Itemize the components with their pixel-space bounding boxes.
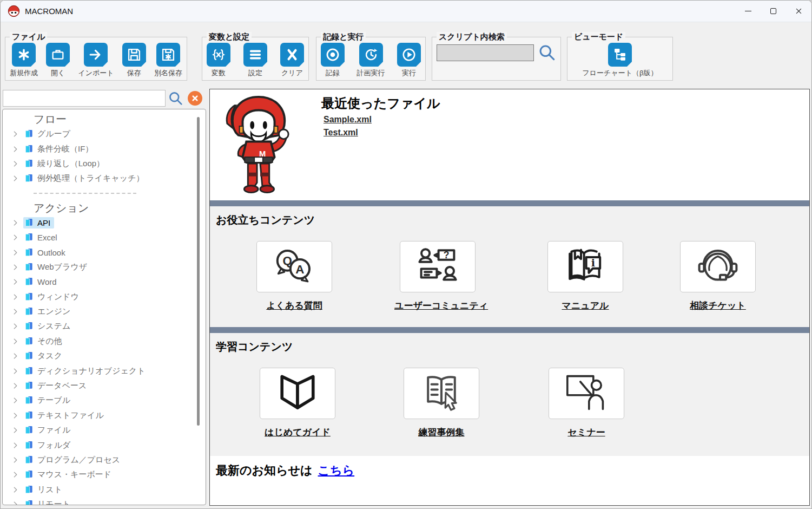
card-practice-cases[interactable]: 練習事例集	[398, 368, 485, 439]
tree-item-other[interactable]: その他	[3, 334, 206, 349]
script-search-input[interactable]	[437, 44, 534, 61]
toolbar-button-new[interactable]: 新規作成	[10, 43, 38, 78]
card-manual[interactable]: iマニュアル	[542, 241, 629, 312]
card-label-user-community[interactable]: ユーザーコミュニティ	[394, 299, 481, 312]
chevron-right-icon[interactable]	[11, 174, 19, 182]
chevron-right-icon[interactable]	[11, 382, 19, 390]
recent-file-link-1[interactable]: Test.xml	[324, 128, 372, 138]
tree-scrollbar[interactable]	[197, 117, 200, 426]
manual-card[interactable]: i	[547, 241, 623, 292]
chevron-right-icon[interactable]	[11, 293, 19, 301]
tree-item-mouse-keyboard[interactable]: マウス・キーボード	[3, 467, 206, 482]
tree-item-task[interactable]: タスク	[3, 349, 206, 363]
chevron-right-icon[interactable]	[11, 322, 19, 330]
card-label-support-ticket[interactable]: 相談チケット	[675, 299, 761, 312]
toolbar-button-import[interactable]: インポート	[78, 43, 114, 78]
tree-item-label: エンジン	[37, 306, 70, 317]
tree-item-text-file[interactable]: テキストファイル	[3, 408, 206, 423]
chevron-right-icon[interactable]	[11, 441, 19, 449]
chevron-right-icon[interactable]	[11, 456, 19, 464]
chevron-right-icon[interactable]	[11, 145, 19, 153]
recent-file-link-0[interactable]: Sample.xml	[324, 115, 372, 125]
toolbar-button-clear[interactable]: クリア	[280, 43, 304, 78]
tree-item-group[interactable]: グループ	[3, 127, 206, 141]
card-label-practice-cases[interactable]: 練習事例集	[398, 426, 485, 439]
card-label-faq[interactable]: よくある質問	[251, 299, 338, 312]
user-community-card[interactable]: ?	[400, 241, 476, 292]
card-label-manual[interactable]: マニュアル	[542, 299, 629, 312]
tree-item-word[interactable]: Word	[3, 275, 206, 289]
chevron-right-icon[interactable]	[11, 426, 19, 434]
chevron-right-icon[interactable]	[11, 308, 19, 316]
tree-item-file[interactable]: ファイル	[3, 423, 206, 438]
chevron-right-icon[interactable]	[11, 471, 19, 479]
chevron-right-icon[interactable]	[11, 500, 19, 505]
chevron-right-icon[interactable]	[11, 278, 19, 286]
chevron-right-icon[interactable]	[11, 219, 19, 227]
card-label-beginner-guide[interactable]: はじめてガイド	[254, 426, 341, 439]
close-button[interactable]	[786, 1, 811, 22]
news-link[interactable]: こちら	[318, 464, 355, 477]
tree-item-database[interactable]: データベース	[3, 379, 206, 393]
chevron-right-icon[interactable]	[11, 263, 19, 271]
tree-item-core: データベース	[23, 380, 90, 392]
support-ticket-card[interactable]	[680, 241, 756, 292]
card-faq[interactable]: QAよくある質問	[251, 241, 338, 312]
toolbar-button-flowchart[interactable]: フローチャート（β版）	[582, 43, 657, 78]
seminar-card[interactable]	[549, 368, 624, 419]
tree-item-web-browser[interactable]: Webブラウザ	[3, 260, 206, 275]
chevron-right-icon[interactable]	[11, 367, 19, 375]
tree-item-remote[interactable]: リモート	[3, 497, 206, 505]
tree-item-program-process[interactable]: プログラム／プロセス	[3, 453, 206, 467]
faq-card[interactable]: QA	[256, 241, 332, 292]
card-support-ticket[interactable]: 相談チケット	[675, 241, 761, 312]
tree-item-system[interactable]: システム	[3, 319, 206, 334]
tree-item-excel[interactable]: Excel	[3, 230, 206, 245]
chevron-right-icon[interactable]	[11, 412, 19, 420]
chevron-right-icon[interactable]	[11, 337, 19, 345]
tree-item-table[interactable]: テーブル	[3, 393, 206, 408]
search-icon	[168, 91, 183, 106]
chevron-right-icon[interactable]	[11, 396, 19, 404]
folder-icon	[24, 322, 34, 331]
minimize-button[interactable]	[735, 1, 761, 22]
toolbar-button-record[interactable]: 記録	[321, 43, 345, 78]
toolbar-button-variables[interactable]: 変数	[207, 43, 230, 78]
toolbar-button-save[interactable]: 保存	[122, 43, 146, 78]
card-beginner-guide[interactable]: はじめてガイド	[254, 368, 341, 439]
card-label-seminar[interactable]: セミナー	[543, 426, 630, 439]
tree-item-api[interactable]: API	[3, 216, 206, 230]
toolbar-button-run[interactable]: 実行	[397, 43, 421, 78]
tree-item-folder[interactable]: フォルダ	[3, 438, 206, 452]
chevron-right-icon[interactable]	[11, 249, 19, 257]
toolbar-button-scheduled-run[interactable]: 計画実行	[357, 43, 385, 78]
chevron-right-icon[interactable]	[11, 160, 19, 168]
tree-item-dictionary-object[interactable]: ディクショナリオブジェクト	[3, 363, 206, 378]
play-icon	[397, 43, 421, 67]
practice-cases-card[interactable]	[404, 368, 479, 419]
card-user-community[interactable]: ?ユーザーコミュニティ	[394, 241, 481, 312]
chevron-right-icon[interactable]	[11, 352, 19, 360]
toolbar-button-settings[interactable]: 設定	[243, 43, 267, 78]
chevron-right-icon[interactable]	[11, 130, 19, 138]
sidebar-search-button[interactable]	[168, 91, 183, 106]
sidebar-search-clear-button[interactable]	[188, 91, 202, 106]
folder-icon	[24, 233, 34, 242]
tree-item-window[interactable]: ウィンドウ	[3, 290, 206, 304]
beginner-guide-card[interactable]	[260, 368, 335, 419]
tree-item-label: その他	[37, 336, 62, 347]
tree-item-list[interactable]: リスト	[3, 482, 206, 497]
tree-item-try-catch[interactable]: 例外処理（トライキャッチ）	[3, 171, 206, 186]
script-search-button[interactable]	[538, 44, 556, 62]
toolbar-button-save-as[interactable]: 別名保存	[154, 43, 182, 78]
sidebar-search-input[interactable]	[3, 90, 166, 107]
tree-item-if[interactable]: 条件分岐（IF）	[3, 141, 206, 156]
card-seminar[interactable]: セミナー	[543, 368, 630, 439]
tree-item-outlook[interactable]: Outlook	[3, 245, 206, 259]
toolbar-button-open[interactable]: 開く	[46, 43, 70, 78]
chevron-right-icon[interactable]	[11, 233, 19, 242]
maximize-button[interactable]	[761, 1, 786, 22]
tree-item-loop[interactable]: 繰り返し（Loop）	[3, 156, 206, 171]
tree-item-engine[interactable]: エンジン	[3, 304, 206, 319]
chevron-right-icon[interactable]	[11, 486, 19, 494]
